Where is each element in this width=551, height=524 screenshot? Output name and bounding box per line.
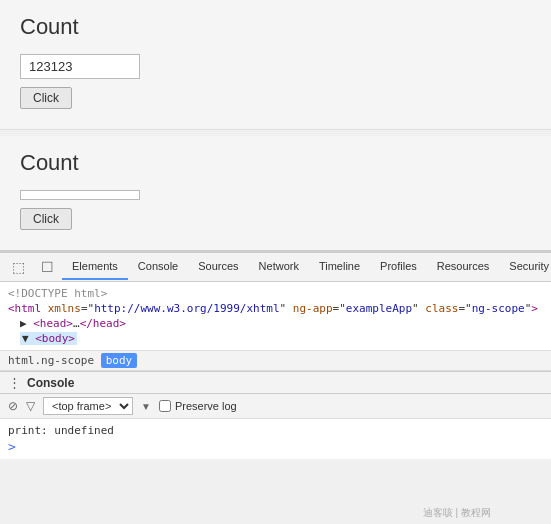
devtools-panel: ⬚ ☐ Elements Console Sources Network Tim… bbox=[0, 251, 551, 459]
body-line[interactable]: ▼ <body> bbox=[8, 331, 543, 346]
preserve-log-area: Preserve log bbox=[159, 400, 237, 412]
tab-security[interactable]: Security bbox=[499, 254, 551, 280]
console-output: print: undefined > bbox=[0, 419, 551, 459]
frame-dropdown-arrow[interactable]: ▼ bbox=[141, 401, 151, 412]
console-menu-icon[interactable]: ⋮ bbox=[8, 375, 21, 390]
middle-panel-title: Count bbox=[20, 150, 531, 176]
middle-panel-click-button[interactable]: Click bbox=[20, 208, 72, 230]
middle-panel-value bbox=[20, 190, 140, 200]
tab-profiles[interactable]: Profiles bbox=[370, 254, 427, 280]
tab-console[interactable]: Console bbox=[128, 254, 188, 280]
console-prompt-symbol: > bbox=[8, 439, 16, 454]
top-panel-title: Count bbox=[20, 14, 531, 40]
top-panel-click-button[interactable]: Click bbox=[20, 87, 72, 109]
tab-timeline[interactable]: Timeline bbox=[309, 254, 370, 280]
html-line[interactable]: <html xmlns="http://www.w3.org/1999/xhtm… bbox=[8, 301, 543, 316]
console-output-line: print: undefined bbox=[8, 423, 543, 438]
doctype-line: <!DOCTYPE html> bbox=[8, 286, 543, 301]
elements-panel: <!DOCTYPE html> <html xmlns="http://www.… bbox=[0, 282, 551, 350]
mobile-icon[interactable]: ☐ bbox=[33, 253, 62, 281]
breadcrumb-body[interactable]: body bbox=[101, 353, 138, 368]
html-class-attr: class bbox=[425, 302, 458, 315]
breadcrumb-html[interactable]: html.ng-scope bbox=[8, 354, 94, 367]
clear-console-icon[interactable]: ⊘ bbox=[8, 399, 18, 413]
preserve-log-label: Preserve log bbox=[175, 400, 237, 412]
elements-pointer-icon[interactable]: ⬚ bbox=[4, 253, 33, 281]
console-tab-bar: ⋮ Console bbox=[0, 372, 551, 394]
filter-icon[interactable]: ▽ bbox=[26, 399, 35, 413]
body-selected: ▼ <body> bbox=[20, 332, 77, 345]
middle-panel: Count Click bbox=[0, 136, 551, 251]
devtools-tabs: ⬚ ☐ Elements Console Sources Network Tim… bbox=[0, 253, 551, 282]
console-prompt-line[interactable]: > bbox=[8, 438, 543, 455]
top-panel-value: 123123 bbox=[20, 54, 140, 79]
top-panel: Count 123123 Click bbox=[0, 0, 551, 130]
frame-selector[interactable]: <top frame> bbox=[43, 397, 133, 415]
tab-sources[interactable]: Sources bbox=[188, 254, 248, 280]
console-area: ⋮ Console ⊘ ▽ <top frame> ▼ Preserve log… bbox=[0, 371, 551, 459]
devtools-breadcrumb: html.ng-scope body bbox=[0, 350, 551, 371]
preserve-log-checkbox[interactable] bbox=[159, 400, 171, 412]
console-toolbar: ⊘ ▽ <top frame> ▼ Preserve log bbox=[0, 394, 551, 419]
tab-elements[interactable]: Elements bbox=[62, 254, 128, 280]
html-tag: <html bbox=[8, 302, 41, 315]
tab-network[interactable]: Network bbox=[249, 254, 309, 280]
head-line[interactable]: ▶ <head>…</head> bbox=[8, 316, 543, 331]
doctype-text: <!DOCTYPE html> bbox=[8, 287, 107, 300]
tab-resources[interactable]: Resources bbox=[427, 254, 500, 280]
html-xmlns-attr: xmlns bbox=[48, 302, 81, 315]
console-tab-label[interactable]: Console bbox=[27, 376, 74, 390]
html-ngapp-attr: ng-app bbox=[293, 302, 333, 315]
watermark: 迪客咳 | 教程网 bbox=[423, 506, 491, 520]
